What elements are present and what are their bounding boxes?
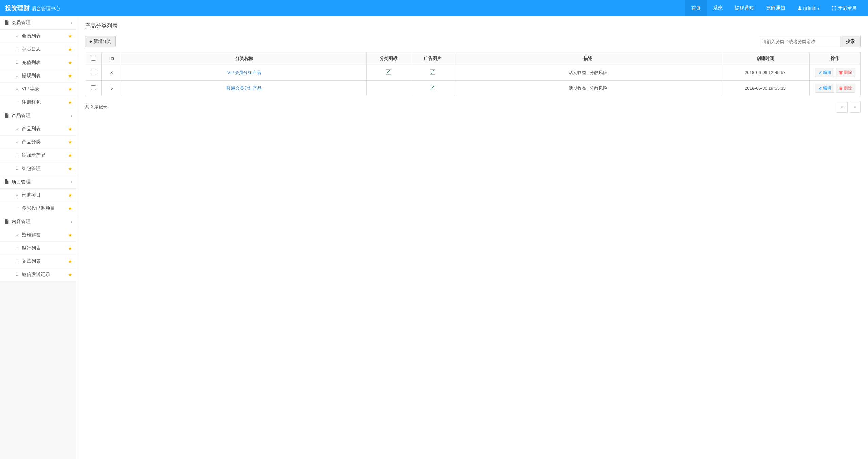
caret-down-icon: ▾ xyxy=(818,6,819,10)
nav-home[interactable]: 首页 xyxy=(685,0,707,16)
col-id: ID xyxy=(102,52,122,65)
search-button[interactable]: 搜索 xyxy=(840,36,861,47)
cell-icon xyxy=(366,65,411,81)
puzzle-icon: ⛬ xyxy=(15,246,19,251)
row-checkbox[interactable] xyxy=(91,70,96,74)
cell-created: 2018-06-06 12:45:57 xyxy=(721,65,810,81)
star-icon: ★ xyxy=(68,33,72,39)
sidebar-item[interactable]: ⛬红包管理★ xyxy=(0,162,77,175)
sidebar-item[interactable]: ⛬银行列表★ xyxy=(0,242,77,255)
puzzle-icon: ⛬ xyxy=(15,206,19,211)
image-placeholder-icon xyxy=(430,85,435,90)
puzzle-icon: ⛬ xyxy=(15,166,19,171)
sidebar-group-label: 内容管理 xyxy=(12,219,31,225)
sidebar-group-label: 产品管理 xyxy=(12,113,31,119)
sidebar: 会员管理›⛬会员列表★⛬会员日志★⛬充值列表★⛬提现列表★⛬VIP等级★⛬注册红… xyxy=(0,16,77,459)
sidebar-item-label: 多彩投已购项目 xyxy=(22,205,55,211)
sidebar-group-label: 项目管理 xyxy=(12,179,31,185)
puzzle-icon: ⛬ xyxy=(15,272,19,277)
brand-title: 投资理财 xyxy=(5,4,30,12)
sidebar-item[interactable]: ⛬提现列表★ xyxy=(0,69,77,83)
table-header-row: ID 分类名称 分类图标 广告图片 描述 创建时间 操作 xyxy=(85,52,861,65)
fullscreen-icon xyxy=(832,6,836,11)
sidebar-item[interactable]: ⛬文章列表★ xyxy=(0,255,77,268)
search-group: 搜索 xyxy=(759,36,861,47)
nav-withdraw-notice[interactable]: 提现通知 xyxy=(729,0,760,16)
sidebar-group-header[interactable]: 产品管理› xyxy=(0,109,77,122)
sidebar-item[interactable]: ⛬多彩投已购项目★ xyxy=(0,202,77,215)
edit-button[interactable]: 编辑 xyxy=(815,68,834,77)
edit-button[interactable]: 编辑 xyxy=(815,84,834,93)
sidebar-group-header[interactable]: 内容管理› xyxy=(0,215,77,228)
sidebar-group-header[interactable]: 会员管理› xyxy=(0,16,77,30)
sidebar-item[interactable]: ⛬VIP等级★ xyxy=(0,83,77,96)
cell-desc: 活期收益 | 分散风险 xyxy=(455,81,721,96)
sidebar-item-label: 提现列表 xyxy=(22,73,41,79)
add-category-button[interactable]: + 新增分类 xyxy=(85,36,116,47)
sidebar-item[interactable]: ⛬会员列表★ xyxy=(0,30,77,43)
nav-system[interactable]: 系统 xyxy=(707,0,729,16)
sidebar-item[interactable]: ⛬充值列表★ xyxy=(0,56,77,69)
delete-button[interactable]: 删除 xyxy=(836,84,855,93)
sidebar-item[interactable]: ⛬添加新产品★ xyxy=(0,149,77,162)
star-icon: ★ xyxy=(68,153,72,158)
puzzle-icon: ⛬ xyxy=(15,140,19,144)
sidebar-item[interactable]: ⛬已购项目★ xyxy=(0,189,77,202)
star-icon: ★ xyxy=(68,73,72,79)
sidebar-item[interactable]: ⛬产品分类★ xyxy=(0,136,77,149)
main-content: 产品分类列表 + 新增分类 搜索 ID 分类名称 分类图标 广告图片 描述 xyxy=(77,16,868,459)
star-icon: ★ xyxy=(68,166,72,171)
sidebar-item[interactable]: ⛬产品列表★ xyxy=(0,122,77,136)
sidebar-item[interactable]: ⛬疑难解答★ xyxy=(0,228,77,242)
star-icon: ★ xyxy=(68,192,72,198)
sidebar-item-label: 已购项目 xyxy=(22,192,41,198)
sidebar-item-label: 产品分类 xyxy=(22,139,41,145)
select-all-checkbox[interactable] xyxy=(91,56,96,61)
sidebar-item-label: 充值列表 xyxy=(22,60,41,66)
category-table: ID 分类名称 分类图标 广告图片 描述 创建时间 操作 8VIP会员分红产品活… xyxy=(85,52,861,96)
page-prev-button[interactable]: « xyxy=(837,102,848,113)
sidebar-item-label: 会员日志 xyxy=(22,46,41,52)
sidebar-item[interactable]: ⛬短信发送记录★ xyxy=(0,268,77,282)
search-input[interactable] xyxy=(759,36,840,47)
sidebar-group-header[interactable]: 项目管理› xyxy=(0,175,77,189)
nav-recharge-notice[interactable]: 充值通知 xyxy=(760,0,791,16)
star-icon: ★ xyxy=(68,139,72,145)
star-icon: ★ xyxy=(68,232,72,238)
col-desc: 描述 xyxy=(455,52,721,65)
sidebar-item-label: 短信发送记录 xyxy=(22,272,50,278)
brand: 投资理财 后台管理中心 xyxy=(5,4,60,12)
sidebar-item-label: 会员列表 xyxy=(22,33,41,39)
star-icon: ★ xyxy=(68,245,72,251)
star-icon: ★ xyxy=(68,206,72,211)
pagination: « » xyxy=(837,102,861,113)
sidebar-item-label: 注册红包 xyxy=(22,99,41,105)
sidebar-item-label: 文章列表 xyxy=(22,258,41,265)
puzzle-icon: ⛬ xyxy=(15,34,19,38)
brand-subtitle: 后台管理中心 xyxy=(32,6,60,12)
star-icon: ★ xyxy=(68,47,72,52)
puzzle-icon: ⛬ xyxy=(15,193,19,198)
col-ad-image: 广告图片 xyxy=(411,52,455,65)
table-row: 5普通会员分红产品活期收益 | 分散风险2018-05-30 19:53:35编… xyxy=(85,81,861,96)
star-icon: ★ xyxy=(68,272,72,277)
row-checkbox[interactable] xyxy=(91,85,96,90)
top-nav-right: 首页 系统 提现通知 充值通知 admin ▾ 开启全屏 xyxy=(685,0,863,16)
puzzle-icon: ⛬ xyxy=(15,233,19,237)
nav-admin-dropdown[interactable]: admin ▾ xyxy=(791,0,826,16)
sidebar-group-label: 会员管理 xyxy=(12,20,31,26)
cell-desc: 活期收益 | 分散风险 xyxy=(455,65,721,81)
sidebar-item[interactable]: ⛬注册红包★ xyxy=(0,96,77,109)
delete-button[interactable]: 删除 xyxy=(836,68,855,77)
cell-created: 2018-05-30 19:53:35 xyxy=(721,81,810,96)
nav-fullscreen[interactable]: 开启全屏 xyxy=(826,0,863,16)
sidebar-item[interactable]: ⛬会员日志★ xyxy=(0,43,77,56)
category-name-link[interactable]: VIP会员分红产品 xyxy=(227,70,261,75)
sidebar-item-label: 产品列表 xyxy=(22,126,41,132)
sidebar-item-label: 添加新产品 xyxy=(22,152,46,158)
user-icon xyxy=(797,6,802,11)
chevron-right-icon: › xyxy=(71,113,72,118)
category-name-link[interactable]: 普通会员分红产品 xyxy=(226,86,262,91)
page-next-button[interactable]: » xyxy=(850,102,861,113)
sidebar-item-label: 疑难解答 xyxy=(22,232,41,238)
